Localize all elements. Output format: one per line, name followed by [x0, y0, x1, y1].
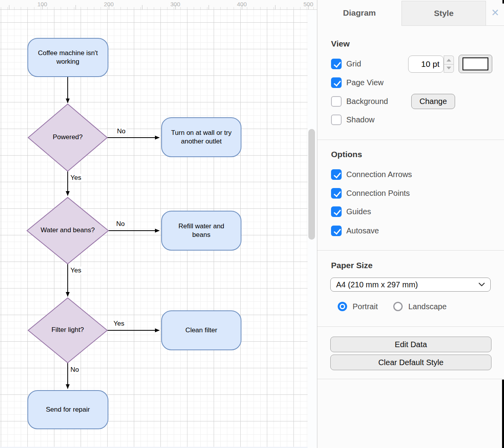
landscape-radio[interactable]	[393, 302, 403, 311]
section-divider	[317, 140, 504, 140]
shadow-checkbox[interactable]	[331, 115, 342, 125]
clear-default-style-button[interactable]: Clear Default Style	[330, 355, 491, 370]
node-refill-water-beans[interactable]: Refill water and beans	[161, 211, 241, 251]
portrait-label: Portrait	[353, 302, 378, 311]
options-section-title: Options	[331, 150, 362, 159]
section-divider	[317, 379, 504, 379]
connection-arrows-checkbox[interactable]	[331, 169, 342, 180]
decision-powered[interactable]: Powered?	[29, 133, 107, 141]
grid-color-swatch[interactable]	[459, 55, 492, 73]
edge-label-no[interactable]: No	[70, 366, 80, 374]
chevron-down-icon	[479, 283, 485, 287]
node-clean-filter[interactable]: Clean filter	[161, 310, 241, 350]
shadow-label: Shadow	[346, 115, 374, 124]
tab-diagram[interactable]: Diagram	[317, 0, 401, 26]
page-view-label: Page View	[346, 78, 383, 87]
stepper-down-icon[interactable]	[444, 64, 454, 73]
edit-data-button[interactable]: Edit Data	[330, 337, 491, 352]
connection-points-checkbox[interactable]	[331, 188, 342, 199]
canvas-vertical-scrollbar[interactable]	[308, 129, 315, 240]
portrait-radio[interactable]	[338, 302, 347, 311]
close-icon: ✕	[491, 7, 499, 18]
page-view-checkbox[interactable]	[331, 77, 342, 88]
grid-size-input[interactable]	[408, 56, 444, 73]
grid-checkbox[interactable]	[331, 59, 342, 69]
landscape-label: Landscape	[408, 302, 446, 311]
guides-checkbox[interactable]	[331, 206, 342, 217]
orientation-radio-group: Portrait Landscape	[338, 302, 446, 311]
stepper-up-icon[interactable]	[444, 56, 454, 64]
panel-close-button[interactable]: ✕	[486, 0, 504, 26]
paper-size-select[interactable]: A4 (210 mm x 297 mm)	[330, 278, 491, 292]
edge-label-no[interactable]: No	[115, 220, 126, 228]
connection-arrows-label: Connection Arrows	[346, 170, 412, 179]
grid-label: Grid	[346, 59, 361, 68]
autosave-checkbox[interactable]	[331, 226, 342, 236]
change-background-button[interactable]: Change	[411, 94, 455, 109]
diagram-canvas[interactable]: 100 200 300 400 500	[0, 0, 317, 448]
paper-size-value: A4 (210 mm x 297 mm)	[336, 280, 479, 289]
node-start[interactable]: Coffee machine isn't working	[27, 38, 108, 77]
section-divider	[317, 250, 504, 251]
node-turn-on-at-wall[interactable]: Turn on at wall or try another outlet	[161, 117, 241, 157]
view-section-title: View	[331, 39, 349, 48]
grid-color-value	[463, 57, 488, 70]
background-label: Background	[346, 97, 388, 106]
drawio-window: 100 200 300 400 500	[0, 0, 504, 448]
edge-label-yes[interactable]: Yes	[70, 174, 82, 182]
grid-size-stepper[interactable]	[444, 56, 454, 73]
edge-label-yes[interactable]: Yes	[113, 320, 125, 328]
section-divider	[317, 326, 504, 327]
paper-size-section-title: Paper Size	[331, 261, 373, 270]
decision-water-and-beans[interactable]: Water and beans?	[29, 226, 107, 234]
decision-filter-light[interactable]: Filter light?	[29, 326, 107, 334]
autosave-label: Autosave	[346, 226, 379, 235]
guides-label: Guides	[346, 207, 371, 216]
window-edge	[502, 380, 504, 448]
edge-label-yes[interactable]: Yes	[70, 267, 82, 274]
node-send-for-repair[interactable]: Send for repair	[27, 390, 108, 429]
format-panel: Diagram Style ✕ View Grid Page View B	[317, 0, 504, 448]
edge-label-no[interactable]: No	[116, 127, 126, 135]
background-checkbox[interactable]	[331, 96, 342, 107]
tab-style[interactable]: Style	[401, 1, 486, 26]
format-tabbar: Diagram Style ✕	[317, 0, 504, 26]
window-corner	[502, 0, 504, 4]
connection-points-label: Connection Points	[346, 189, 410, 198]
